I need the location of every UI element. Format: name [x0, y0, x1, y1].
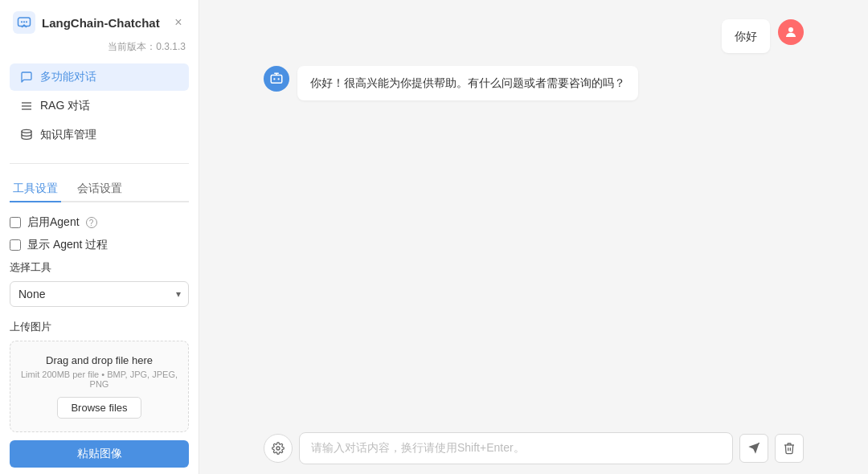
- chat-input-area: 请输入对话内容，换行请使用Shift+Enter。: [199, 423, 868, 474]
- main-area: 你好 你好！很高兴能为你提供帮助。有什么问题或者需要咨询的吗？: [199, 0, 868, 474]
- svg-point-2: [23, 21, 25, 22]
- nav-item-rag[interactable]: RAG 对话: [10, 92, 189, 120]
- checkbox-enable-agent[interactable]: 启用Agent ?: [10, 215, 189, 230]
- sidebar-header: LangChain-Chatchat ×: [0, 0, 199, 40]
- nav-label-multifunc: 多功能对话: [40, 70, 96, 84]
- logo-icon: [13, 11, 35, 34]
- tabs-row: 工具设置 会话设置: [10, 177, 189, 202]
- tool-select[interactable]: None: [10, 281, 189, 307]
- enable-agent-label: 启用Agent: [27, 215, 80, 230]
- message-row-user: 你好: [264, 19, 804, 53]
- bot-avatar: [264, 66, 289, 92]
- knowledge-icon: [19, 128, 34, 142]
- tool-select-wrapper: None ▾: [10, 281, 189, 307]
- version-text: 当前版本：0.3.1.3: [0, 40, 199, 63]
- bot-message-text: 你好！很高兴能为你提供帮助。有什么问题或者需要咨询的吗？: [310, 76, 625, 89]
- tab-session[interactable]: 会话设置: [74, 177, 125, 202]
- multifunc-icon: [19, 70, 34, 84]
- svg-point-7: [22, 129, 31, 133]
- svg-point-8: [788, 27, 793, 32]
- svg-marker-14: [748, 443, 759, 453]
- delete-button[interactable]: [775, 434, 804, 463]
- chat-input-placeholder: 请输入对话内容，换行请使用Shift+Enter。: [311, 441, 525, 456]
- svg-point-1: [21, 21, 23, 22]
- tools-section: 工具设置 会话设置 启用Agent ? 显示 Agent 过程 选择工具 Non…: [0, 177, 199, 434]
- enable-agent-checkbox[interactable]: [10, 217, 21, 228]
- tab-tools[interactable]: 工具设置: [10, 177, 61, 202]
- upload-drag-text: Drag and drop file here: [20, 354, 178, 366]
- checkbox-show-agent[interactable]: 显示 Agent 过程: [10, 238, 189, 252]
- bot-message-bubble: 你好！很高兴能为你提供帮助。有什么问题或者需要咨询的吗？: [297, 66, 638, 100]
- chat-messages: 你好 你好！很高兴能为你提供帮助。有什么问题或者需要咨询的吗？: [199, 0, 868, 423]
- app-title: LangChain-Chatchat: [42, 16, 160, 30]
- svg-point-12: [276, 447, 280, 450]
- enable-agent-help-icon[interactable]: ?: [86, 217, 97, 228]
- svg-point-11: [278, 79, 280, 80]
- upload-zone[interactable]: Drag and drop file here Limit 200MB per …: [10, 341, 189, 432]
- nav-menu: 多功能对话 RAG 对话 知识库管理: [0, 63, 199, 150]
- svg-point-3: [26, 21, 27, 22]
- upload-limit-text: Limit 200MB per file • BMP, JPG, JPEG, P…: [20, 370, 178, 389]
- user-message-text: 你好: [735, 30, 757, 43]
- nav-label-rag: RAG 对话: [40, 99, 90, 113]
- show-agent-checkbox[interactable]: [10, 239, 21, 251]
- nav-item-knowledge[interactable]: 知识库管理: [10, 121, 189, 149]
- rag-icon: [19, 99, 34, 113]
- paste-image-button[interactable]: 粘贴图像: [10, 440, 189, 468]
- user-avatar: [778, 19, 804, 45]
- chat-input[interactable]: 请输入对话内容，换行请使用Shift+Enter。: [299, 432, 733, 464]
- nav-item-multifunc[interactable]: 多功能对话: [10, 63, 189, 91]
- nav-label-knowledge: 知识库管理: [40, 128, 96, 142]
- sidebar: LangChain-Chatchat × 当前版本：0.3.1.3 多功能对话: [0, 0, 199, 474]
- svg-point-10: [273, 79, 275, 80]
- send-button[interactable]: [739, 434, 768, 463]
- close-button[interactable]: ×: [171, 15, 186, 30]
- user-message-bubble: 你好: [722, 19, 770, 53]
- show-agent-label: 显示 Agent 过程: [27, 238, 108, 252]
- sidebar-divider: [10, 163, 189, 164]
- settings-button[interactable]: [264, 434, 293, 463]
- tool-select-label: 选择工具: [10, 260, 189, 275]
- svg-rect-9: [271, 76, 282, 84]
- upload-label: 上传图片: [10, 320, 189, 334]
- message-row-bot: 你好！很高兴能为你提供帮助。有什么问题或者需要咨询的吗？: [264, 66, 804, 100]
- logo-area: LangChain-Chatchat: [13, 11, 160, 34]
- browse-files-button[interactable]: Browse files: [57, 397, 141, 419]
